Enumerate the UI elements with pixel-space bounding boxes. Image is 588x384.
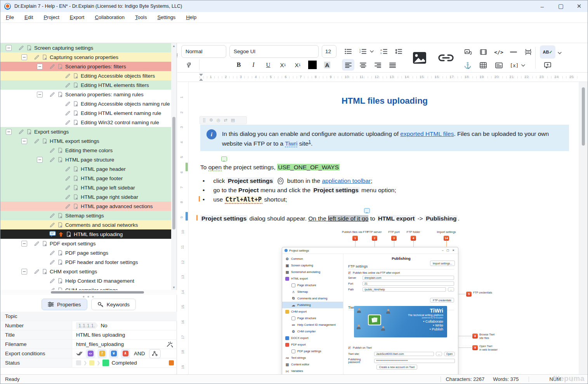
drag-handle-icon[interactable]: ⣿ [203,118,206,123]
html-condition-chip[interactable]: <> [86,349,95,358]
tree-item[interactable]: HTML export settings [0,136,171,146]
embedded-screenshot[interactable]: Publish files via FTP1FTP server2FTP por… [270,229,500,374]
tree-horizontal-scrollbar[interactable] [0,290,177,295]
tab-properties[interactable]: Properties [42,299,87,310]
tree-item[interactable]: Editing HTML element naming rule [0,108,171,118]
status-step-yellow[interactable] [89,360,94,365]
menu-item-settings[interactable]: Settings [157,14,175,20]
expand-toggle[interactable] [21,269,27,275]
menu-item-tools[interactable]: Tools [135,14,147,20]
superscript-button[interactable]: X1 [291,59,304,71]
tree-item[interactable]: Editing Win32 control naming rule [0,118,171,127]
insert-link-button[interactable] [436,49,456,67]
tree-item[interactable]: Editing Accessible objects filters [0,71,171,80]
docx-condition-chip[interactable]: W [109,349,118,358]
block-delete-icon[interactable]: ▤ [231,118,235,123]
application-toolbar-link[interactable]: application toolbar [322,177,371,184]
pdf-condition-chip[interactable]: A [121,349,130,358]
export-conditions-row[interactable]: Export conditions <> ? W A AND [0,349,177,358]
insert-variable-chevron[interactable] [520,59,527,71]
tree-item[interactable]: HTML files uploading [0,229,171,239]
condition-graph-button[interactable] [149,349,161,358]
insert-anchor-button[interactable]: ⚓ [461,59,474,71]
spellcheck-chevron[interactable] [556,47,563,59]
underline-button[interactable]: U [262,59,274,71]
italic-button[interactable]: I [247,59,260,71]
status-flag-orange[interactable] [169,360,174,365]
tree-item[interactable]: Capturing scenario properties [0,52,171,62]
tree-item[interactable]: Sitemap settings [0,211,171,220]
block-settings-icon[interactable]: ⚙ [209,118,213,123]
tree-item[interactable]: Scenario properties: filters [0,62,171,71]
numbered-list-chevron[interactable] [368,45,375,57]
close-button[interactable]: ✕ [570,0,588,12]
expand-toggle[interactable] [6,45,12,51]
number-value[interactable]: No [101,323,107,328]
menu-item-file[interactable]: File [6,14,14,20]
insert-table-button[interactable] [477,59,489,71]
tree-item[interactable]: Screen capturing settings [0,43,171,52]
tree-item[interactable]: HTML page structure [0,155,171,164]
blue-comment-bubble-icon[interactable] [364,208,370,213]
bold-button[interactable]: B [232,59,245,71]
font-size-select[interactable]: 12 [322,45,336,58]
justify-button[interactable] [386,59,399,71]
tree-item[interactable]: CHM export settings [0,267,171,276]
sorted-list-button[interactable]: A1 [378,45,390,57]
status-step-gray[interactable] [76,360,81,365]
number-row[interactable]: Number 1.1.1.1.No [0,321,177,330]
editor-scrollbar[interactable] [579,82,588,374]
comment-marker-blue[interactable] [186,212,188,221]
menu-item-edit[interactable]: Edit [24,14,33,20]
expand-toggle[interactable] [6,129,12,135]
tree-item[interactable]: Editing HTML elements filters [0,80,171,90]
tree-item[interactable]: Help Context ID management [0,276,171,285]
expand-toggle[interactable] [37,64,43,70]
tree-item[interactable]: Editing theme colors [0,146,171,155]
filename-value[interactable]: html_files_uploading [76,341,124,347]
title-value[interactable]: HTML files uploading [76,332,125,338]
tree-item[interactable]: HTML page left sidebar [0,183,171,192]
bullet-list-button[interactable] [342,45,354,57]
exported-html-files-link[interactable]: exported HTML files [400,130,454,137]
tree-item[interactable]: CHM compiler settings [0,285,171,290]
expand-toggle[interactable] [21,241,27,247]
chm-condition-chip[interactable]: ? [97,349,107,358]
menu-item-project[interactable]: Project [43,14,59,20]
expand-toggle[interactable] [21,54,27,60]
menu-item-collaboration[interactable]: Collaboration [95,14,125,20]
block-style-icon[interactable]: ◎ [217,118,220,123]
tree-vertical-scrollbar[interactable]: ▲ ▼ [171,43,177,290]
insert-variable-button[interactable]: [x] [508,59,520,71]
line-spacing-button[interactable] [392,45,405,57]
tree-item[interactable]: HTML page footer [0,174,171,183]
comment-marker-green[interactable] [186,163,188,171]
subscript-button[interactable]: X1 [277,59,289,71]
numbered-list-button[interactable]: 12 [357,45,369,57]
insert-form-field-button[interactable] [493,59,505,71]
expand-toggle[interactable] [37,157,43,163]
tree-item[interactable]: HTML page right sidebar [0,192,171,202]
align-left-button[interactable] [342,59,354,71]
tree-item[interactable]: PDF header and footer settings [0,257,171,267]
document-page[interactable]: HTML files uploading ⣿ ⚙ ◎ ⇄ ▤ i In this… [189,82,578,374]
insert-image-button[interactable] [410,49,429,67]
topic-tree[interactable]: Screen capturing settingsCapturing scena… [0,43,171,290]
font-family-select[interactable]: Segoe UI [229,45,319,58]
page-break-button[interactable] [522,46,534,58]
spellcheck-button[interactable]: AB✓ [540,45,555,59]
auto-filename-wand-icon[interactable] [166,341,173,348]
tree-item[interactable]: HTML page header [0,164,171,174]
insert-code-button[interactable]: </> [493,46,505,58]
align-right-button[interactable] [371,59,384,71]
block-move-icon[interactable]: ⇄ [224,118,227,123]
status-row[interactable]: Status ❯ ❯ Completed [0,358,177,368]
menu-item-help[interactable]: Help [186,14,196,20]
panel-splitter[interactable]: ● ● ● [0,295,177,299]
image-link-button[interactable] [461,46,474,58]
tree-item[interactable]: Scenario properties: naming rules [0,90,171,99]
highlight-color-button[interactable]: A [321,59,333,71]
maximize-button[interactable]: ▢ [552,0,570,12]
tree-item[interactable]: Comments and social networks [0,220,171,229]
tree-item[interactable]: HTML page advanced sections [0,202,171,211]
